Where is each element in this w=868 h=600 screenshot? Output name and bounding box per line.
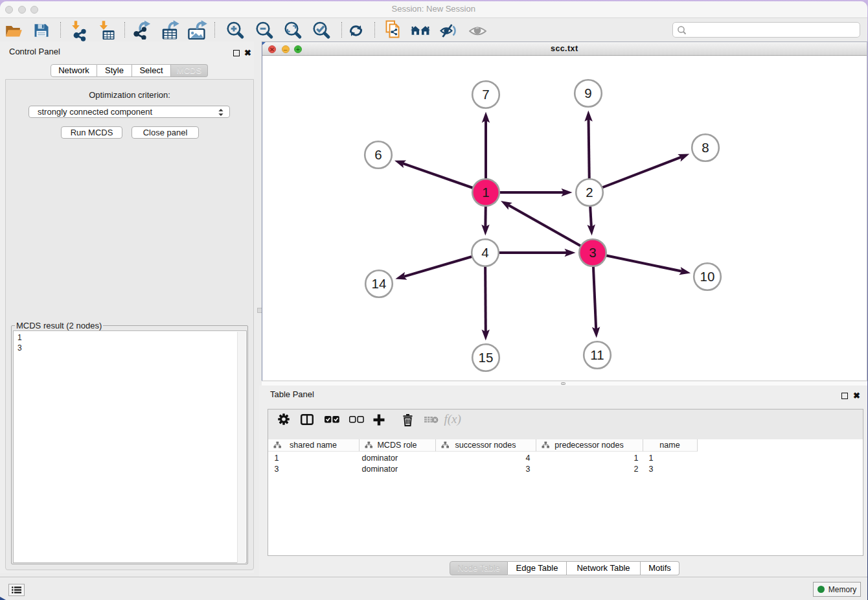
- svg-text:8: 8: [702, 140, 709, 155]
- svg-text:10: 10: [700, 269, 715, 284]
- svg-text:11: 11: [590, 347, 604, 362]
- svg-text:4: 4: [481, 245, 488, 260]
- svg-text:3: 3: [589, 245, 596, 260]
- svg-text:9: 9: [584, 86, 591, 100]
- svg-text:6: 6: [374, 147, 382, 162]
- svg-text:14: 14: [372, 276, 387, 291]
- svg-text:15: 15: [479, 350, 494, 365]
- svg-text:2: 2: [586, 185, 593, 200]
- svg-text:7: 7: [482, 87, 489, 102]
- svg-text:1: 1: [482, 185, 489, 200]
